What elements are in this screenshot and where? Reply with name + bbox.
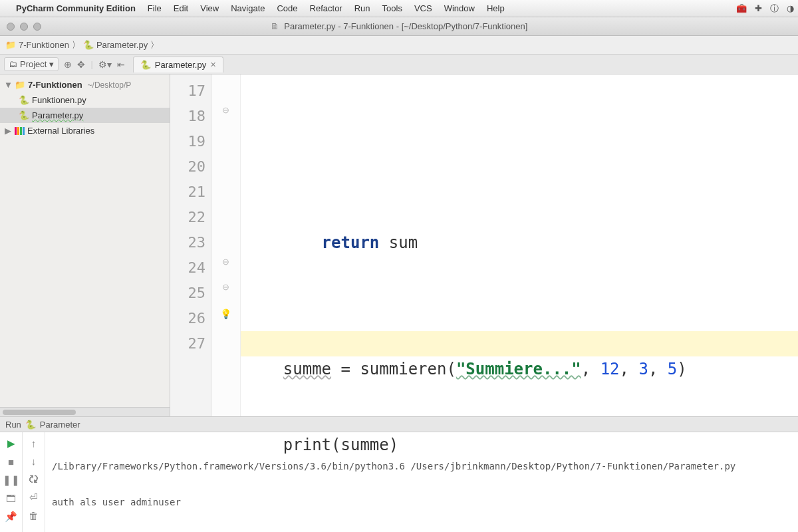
disclosure-open-icon[interactable]: ▼ bbox=[4, 80, 12, 90]
python-file-icon: 🐍 bbox=[83, 40, 94, 50]
project-sidebar: ▼ 📁 7-Funktionen ~/Desktop/P 🐍 Funktione… bbox=[0, 74, 170, 416]
hide-tool-window-icon[interactable]: ⇤ bbox=[117, 59, 125, 70]
menu-file[interactable]: File bbox=[148, 3, 162, 13]
libraries-icon bbox=[15, 127, 25, 135]
current-line-highlight bbox=[241, 331, 798, 356]
scrollbar-thumb[interactable] bbox=[3, 410, 76, 415]
traffic-lights bbox=[0, 23, 48, 31]
chevron-down-icon: ▾ bbox=[49, 59, 54, 69]
delete-icon[interactable]: 🗑 bbox=[29, 510, 39, 521]
menu-edit[interactable]: Edit bbox=[174, 3, 188, 13]
code-line: summe = summieren("Summiere...", 12, 3, … bbox=[241, 356, 798, 382]
code-area[interactable]: return sum summe = summieren("Summiere..… bbox=[241, 74, 798, 416]
tree-file-selected[interactable]: 🐍 Parameter.py bbox=[0, 108, 170, 123]
menu-vcs[interactable]: VCS bbox=[414, 3, 432, 13]
pause-icon[interactable]: ❚❚ bbox=[3, 474, 20, 486]
menu-help[interactable]: Help bbox=[487, 3, 505, 13]
disclosure-closed-icon[interactable]: ▶ bbox=[4, 126, 12, 136]
breadcrumb-folder-label: 7-Funktionen bbox=[19, 40, 69, 50]
line-number: 17 bbox=[170, 78, 205, 104]
up-stack-icon[interactable]: ↑ bbox=[31, 438, 37, 449]
project-tree[interactable]: ▼ 📁 7-Funktionen ~/Desktop/P 🐍 Funktione… bbox=[0, 74, 170, 407]
file-icon: 🗎 bbox=[271, 21, 279, 31]
close-window-icon[interactable] bbox=[7, 23, 15, 31]
menubar-tray: 🧰 ✚ ⓘ ◑ bbox=[736, 3, 794, 15]
toolbar-row: 🗂 Project ▾ ⊕ ✥ | ⚙▾ ⇤ 🐍 Parameter.py ✕ bbox=[0, 55, 798, 74]
menu-tools[interactable]: Tools bbox=[382, 3, 402, 13]
breadcrumb-bar: 📁 7-Funktionen 〉 🐍 Parameter.py 〉 bbox=[0, 36, 798, 55]
menu-navigate[interactable]: Navigate bbox=[231, 3, 265, 13]
collapse-all-icon[interactable]: ⊕ bbox=[64, 59, 72, 70]
menu-view[interactable]: View bbox=[200, 3, 219, 13]
breadcrumb-file[interactable]: 🐍 Parameter.py bbox=[83, 40, 148, 50]
tray-icon-1[interactable]: 🧰 bbox=[736, 3, 747, 13]
line-number: 25 bbox=[170, 281, 205, 306]
down-stack-icon[interactable]: ↓ bbox=[31, 456, 37, 467]
python-icon: 🐍 bbox=[25, 420, 36, 430]
editor-tab[interactable]: 🐍 Parameter.py ✕ bbox=[133, 57, 223, 72]
code-line: return sum bbox=[241, 230, 798, 255]
title-crumb: 7-Funktionen bbox=[343, 21, 394, 31]
run-header-prefix: Run bbox=[5, 420, 21, 430]
tree-root-path: ~/Desktop/P bbox=[88, 80, 132, 90]
project-view-combo[interactable]: 🗂 Project ▾ bbox=[4, 57, 59, 71]
title-file: Parameter.py bbox=[284, 21, 335, 31]
macos-menubar: PyCharm Community Edition File Edit View… bbox=[0, 0, 798, 17]
tree-external-libraries[interactable]: ▶ External Libraries bbox=[0, 123, 170, 138]
project-structure-icon: 🗂 bbox=[9, 59, 17, 69]
fold-marker-icon[interactable]: ⊖ bbox=[222, 282, 229, 292]
toolbar-divider: | bbox=[90, 59, 92, 69]
line-number: 22 bbox=[170, 205, 205, 230]
settings-gear-icon[interactable]: ⚙▾ bbox=[98, 59, 112, 70]
tray-icon-2[interactable]: ✚ bbox=[755, 3, 762, 13]
menu-run[interactable]: Run bbox=[354, 3, 370, 13]
line-number: 23 bbox=[170, 230, 205, 255]
line-number: 26 bbox=[170, 306, 205, 331]
menu-refactor[interactable]: Refactor bbox=[310, 3, 342, 13]
line-number: 21 bbox=[170, 180, 205, 205]
folder-icon: 📁 bbox=[15, 80, 25, 90]
title-sep2: - bbox=[396, 21, 402, 31]
tray-icon-4[interactable]: ◑ bbox=[787, 3, 794, 13]
scroll-from-source-icon[interactable]: ✥ bbox=[77, 59, 85, 70]
folder-icon: 📁 bbox=[5, 40, 16, 50]
tree-root-label: 7-Funktionen bbox=[28, 80, 82, 90]
stop-icon[interactable]: ■ bbox=[8, 456, 14, 467]
tree-root[interactable]: ▼ 📁 7-Funktionen ~/Desktop/P bbox=[0, 77, 170, 92]
code-line: print(summe) bbox=[241, 432, 798, 458]
fold-marker-icon[interactable]: ⊖ bbox=[222, 105, 229, 115]
breadcrumb-folder[interactable]: 📁 7-Funktionen bbox=[5, 40, 69, 50]
title-sep: - bbox=[338, 21, 343, 31]
menu-window[interactable]: Window bbox=[444, 3, 475, 13]
menu-code[interactable]: Code bbox=[277, 3, 297, 13]
line-number: 27 bbox=[170, 331, 205, 356]
main-split: ▼ 📁 7-Funktionen ~/Desktop/P 🐍 Funktione… bbox=[0, 74, 798, 416]
soft-wrap-icon[interactable]: ⏎ bbox=[29, 491, 38, 503]
close-tab-icon[interactable]: ✕ bbox=[210, 61, 216, 69]
run-header-name: Parameter bbox=[40, 420, 80, 430]
zoom-window-icon[interactable] bbox=[33, 23, 41, 31]
line-number-gutter: 17 18 19 20 21 22 23 24 25 26 27 bbox=[170, 74, 211, 416]
title-path: [~/Desktop/Python/7-Funktionen] bbox=[402, 21, 528, 31]
intention-bulb-icon[interactable]: 💡 bbox=[220, 309, 231, 319]
tree-file-label: Parameter.py bbox=[32, 110, 83, 120]
python-file-icon: 🐍 bbox=[19, 110, 29, 120]
python-file-icon: 🐍 bbox=[140, 60, 151, 70]
tree-file[interactable]: 🐍 Funktionen.py bbox=[0, 92, 170, 108]
sidebar-horizontal-scrollbar[interactable] bbox=[0, 407, 170, 416]
tray-icon-3[interactable]: ⓘ bbox=[770, 3, 779, 15]
breadcrumb-sep: 〉 bbox=[72, 39, 80, 51]
app-name-menu[interactable]: PyCharm Community Edition bbox=[16, 3, 136, 13]
window-titlebar: 🗎 Parameter.py - 7-Funktionen - [~/Deskt… bbox=[0, 17, 798, 36]
tree-file-label: Funktionen.py bbox=[32, 95, 86, 105]
python-file-icon: 🐍 bbox=[19, 95, 29, 105]
restore-layout-icon[interactable]: 🗘 bbox=[29, 473, 39, 485]
fold-marker-icon[interactable]: ⊖ bbox=[222, 257, 229, 267]
rerun-icon[interactable]: ▶ bbox=[7, 438, 15, 450]
line-number: 20 bbox=[170, 154, 205, 180]
pin-icon[interactable]: 📌 bbox=[5, 511, 17, 523]
dump-threads-icon[interactable]: 🗔 bbox=[6, 493, 16, 504]
tree-external-label: External Libraries bbox=[27, 126, 94, 136]
code-editor[interactable]: 17 18 19 20 21 22 23 24 25 26 27 ⊖ ⊖ ⊖ 💡… bbox=[170, 74, 798, 416]
minimize-window-icon[interactable] bbox=[20, 23, 28, 31]
